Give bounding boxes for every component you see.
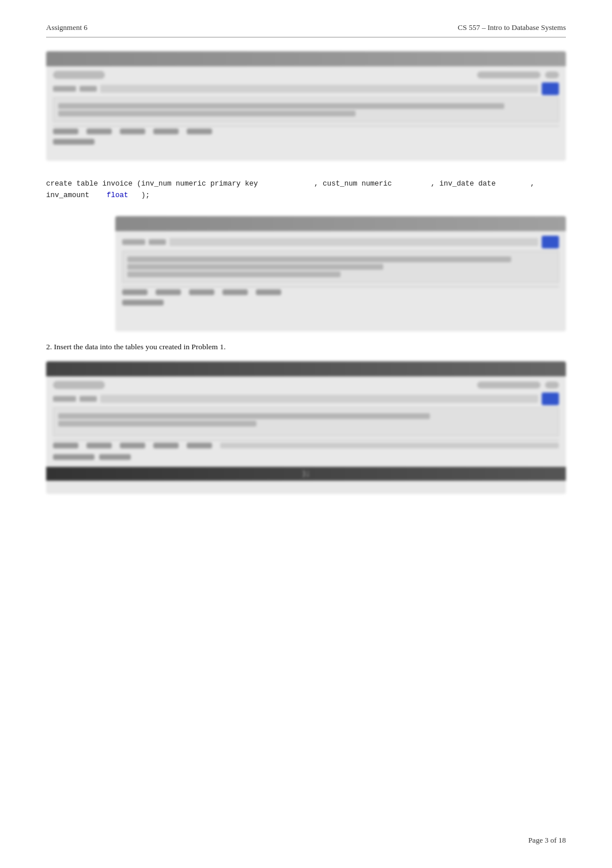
screenshot-block-2 xyxy=(115,216,566,331)
page-container: Assignment 6 CS 557 – Intro to Database … xyxy=(0,0,612,868)
code-line-2: inv_amount float ); xyxy=(46,191,150,199)
header-course: CS 557 – Intro to Database Systems xyxy=(458,23,566,32)
page-number: Page 3 of 18 xyxy=(528,836,566,844)
code-line-1: create table invoice (inv_num numeric pr… xyxy=(46,180,535,188)
code-block-1: create table invoice (inv_num numeric pr… xyxy=(46,172,566,207)
problem-2-text: 2. Insert the data into the tables you c… xyxy=(46,341,566,353)
screenshot-block-1 xyxy=(46,51,566,161)
page-footer: Page 3 of 18 xyxy=(528,836,566,845)
page-header: Assignment 6 CS 557 – Intro to Database … xyxy=(46,23,566,37)
screenshot-block-3: ); xyxy=(46,361,566,494)
header-assignment: Assignment 6 xyxy=(46,23,88,32)
